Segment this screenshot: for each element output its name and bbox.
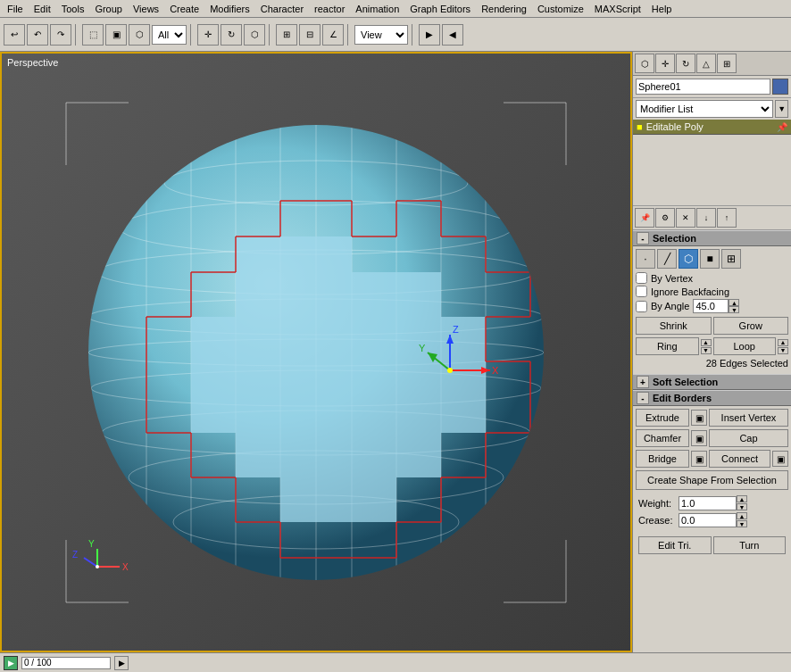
move-icon-btn[interactable]: ✛	[655, 54, 675, 73]
menu-maxscript[interactable]: MAXScript	[589, 2, 646, 16]
crease-input[interactable]	[679, 513, 737, 527]
menu-rendering[interactable]: Rendering	[476, 2, 532, 16]
sphere-svg: Z X Y X Y	[57, 94, 575, 611]
crease-down-btn[interactable]: ▼	[737, 520, 747, 527]
menu-file[interactable]: File	[2, 2, 29, 16]
create-shape-button[interactable]: Create Shape From Selection	[636, 470, 788, 490]
config-btn[interactable]: ⚙	[655, 208, 675, 228]
menu-edit[interactable]: Edit	[29, 2, 56, 16]
lasso-btn[interactable]: ⬡	[129, 24, 150, 46]
menu-graph-editors[interactable]: Graph Editors	[404, 2, 476, 16]
menu-tools[interactable]: Tools	[56, 2, 90, 16]
menu-views[interactable]: Views	[128, 2, 164, 16]
rotate-btn[interactable]: ↻	[221, 24, 242, 46]
menu-character[interactable]: Character	[255, 2, 309, 16]
edge-icon[interactable]: ╱	[657, 249, 677, 269]
select-icon-btn[interactable]: ⬡	[635, 54, 654, 73]
menu-reactor[interactable]: reactor	[309, 2, 350, 16]
grow-button[interactable]: Grow	[713, 317, 789, 335]
new-btn[interactable]: ↩	[4, 24, 25, 46]
ignore-backfacing-checkbox[interactable]	[636, 286, 647, 297]
ring-label[interactable]: Ring	[636, 337, 699, 355]
by-angle-checkbox[interactable]	[636, 301, 647, 312]
view-select[interactable]: View	[354, 25, 408, 45]
editable-poly-row[interactable]: ■ Editable Poly 📌	[633, 120, 791, 135]
angle-up-btn[interactable]: ▲	[729, 299, 739, 306]
angle-snap-btn[interactable]: ∠	[322, 24, 344, 46]
hierarchy-icon-btn[interactable]: ⊞	[717, 54, 737, 73]
menu-create[interactable]: Create	[164, 2, 204, 16]
svg-text:X: X	[492, 365, 499, 376]
rotate-icon-btn[interactable]: ↻	[676, 54, 695, 73]
ring-down-btn[interactable]: ▼	[701, 347, 712, 354]
move-up-btn[interactable]: ↑	[717, 208, 737, 228]
selection-section-header[interactable]: - Selection	[633, 230, 791, 246]
vertex-icon[interactable]: ·	[636, 249, 655, 269]
loop-down-btn[interactable]: ▼	[778, 347, 788, 354]
render-preview-btn[interactable]: ◀	[442, 24, 463, 46]
weight-down-btn[interactable]: ▼	[737, 503, 747, 510]
redo-btn[interactable]: ↷	[50, 24, 71, 46]
extrude-button[interactable]: Extrude	[636, 409, 689, 427]
turn-button[interactable]: Turn	[713, 536, 787, 554]
by-vertex-checkbox[interactable]	[636, 272, 647, 284]
menu-modifiers[interactable]: Modifiers	[204, 2, 255, 16]
menu-group[interactable]: Group	[89, 2, 128, 16]
crease-up-btn[interactable]: ▲	[737, 512, 747, 519]
object-color-box[interactable]	[772, 79, 788, 95]
loop-up-btn[interactable]: ▲	[778, 339, 788, 346]
soft-selection-section-header[interactable]: + Soft Selection	[633, 374, 791, 390]
connect-button[interactable]: Connect	[709, 450, 770, 468]
insert-vertex-button[interactable]: Insert Vertex	[709, 409, 788, 427]
svg-line-69	[84, 558, 97, 567]
modifier-list-dropdown-btn[interactable]: ▼	[775, 100, 788, 118]
undo-btn[interactable]: ↶	[27, 24, 48, 46]
ring-up-btn[interactable]: ▲	[701, 339, 712, 346]
border-icon[interactable]: ⬡	[679, 249, 698, 269]
status-icon[interactable]: ▶	[4, 656, 18, 670]
bridge-settings-btn[interactable]: ▣	[691, 451, 707, 467]
status-arrow-btn[interactable]: ▶	[114, 656, 129, 670]
soft-selection-toggle[interactable]: +	[637, 376, 649, 388]
element-icon[interactable]: ⊞	[721, 249, 741, 269]
angle-down-btn[interactable]: ▼	[729, 306, 739, 313]
object-name-input[interactable]	[636, 79, 770, 95]
ring-loop-row: Ring ▲ ▼ Loop ▲ ▼	[636, 337, 788, 355]
edit-borders-toggle[interactable]: -	[637, 392, 649, 404]
render-btn[interactable]: ▶	[419, 24, 440, 46]
select-region-btn[interactable]: ▣	[105, 24, 127, 46]
extrude-settings-btn[interactable]: ▣	[691, 410, 707, 426]
snap2d-btn[interactable]: ⊟	[299, 24, 321, 46]
scale-icon-btn[interactable]: △	[696, 54, 716, 73]
weight-input[interactable]	[679, 496, 737, 510]
scale-btn[interactable]: ⬡	[244, 24, 265, 46]
pin-stack-btn[interactable]: 📌	[635, 208, 654, 228]
bridge-button[interactable]: Bridge	[636, 450, 689, 468]
modifier-list-select[interactable]: Modifier List	[636, 100, 773, 118]
filter-select[interactable]: All	[152, 25, 187, 45]
select-btn[interactable]: ⬚	[82, 24, 104, 46]
weight-up-btn[interactable]: ▲	[737, 495, 747, 502]
polygon-icon[interactable]: ■	[700, 249, 720, 269]
by-angle-input[interactable]	[693, 299, 729, 313]
menu-help[interactable]: Help	[646, 2, 678, 16]
menu-animation[interactable]: Animation	[350, 2, 404, 16]
connect-settings-btn[interactable]: ▣	[772, 451, 788, 467]
shrink-grow-row: Shrink Grow	[636, 317, 788, 335]
move-btn[interactable]: ✛	[197, 24, 219, 46]
toolbar: ↩ ↶ ↷ ⬚ ▣ ⬡ All ✛ ↻ ⬡ ⊞ ⊟ ∠ View ▶ ◀	[0, 18, 791, 52]
snap-btn[interactable]: ⊞	[276, 24, 297, 46]
chamfer-button[interactable]: Chamfer	[636, 429, 689, 447]
crease-row: Crease: ▲ ▼	[638, 512, 786, 527]
delete-btn[interactable]: ✕	[676, 208, 695, 228]
shrink-button[interactable]: Shrink	[636, 317, 712, 335]
edit-borders-section-header[interactable]: - Edit Borders	[633, 390, 791, 406]
cap-button[interactable]: Cap	[709, 429, 788, 447]
selection-toggle[interactable]: -	[637, 232, 649, 245]
viewport[interactable]: Perspective	[0, 52, 632, 652]
menu-customize[interactable]: Customize	[532, 2, 589, 16]
move-down-btn[interactable]: ↓	[696, 208, 716, 228]
chamfer-settings-btn[interactable]: ▣	[691, 430, 707, 446]
edit-tri-button[interactable]: Edit Tri.	[638, 536, 712, 554]
loop-label[interactable]: Loop	[713, 337, 777, 355]
